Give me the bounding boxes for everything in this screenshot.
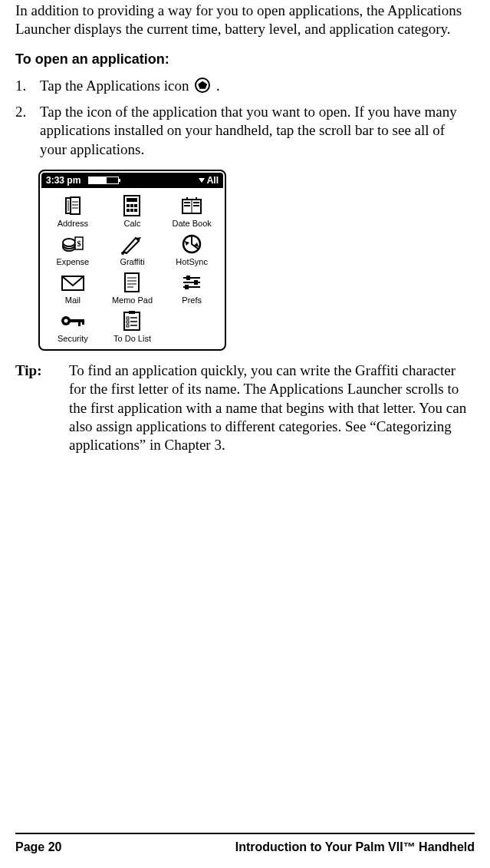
app-security: Security xyxy=(43,308,103,345)
app-expense: $ Expense xyxy=(43,231,103,268)
app-label: Security xyxy=(58,334,88,343)
step-1-text-a: Tap the Applications icon xyxy=(40,78,192,94)
svg-rect-13 xyxy=(134,209,137,212)
page-footer: Page 20 Introduction to Your Palm VII™ H… xyxy=(15,833,475,854)
svg-text:$: $ xyxy=(77,239,81,248)
svg-rect-16 xyxy=(184,202,190,203)
svg-point-28 xyxy=(121,252,124,255)
security-icon xyxy=(59,309,87,332)
app-label: Prefs xyxy=(182,295,202,305)
svg-rect-47 xyxy=(78,319,81,326)
svg-rect-12 xyxy=(130,209,133,212)
tip-label: Tip: xyxy=(15,361,55,455)
app-calc: Calc xyxy=(103,193,163,229)
app-address: Address xyxy=(43,193,103,229)
steps-list: Tap the Applications icon . Tap the icon… xyxy=(15,77,475,159)
graffiti-icon xyxy=(118,233,146,256)
calc-icon xyxy=(118,194,146,217)
palm-app-grid: Address xyxy=(41,188,223,348)
svg-rect-9 xyxy=(130,204,133,207)
intro-paragraph: In addition to providing a way for you t… xyxy=(15,0,475,39)
app-label: HotSync xyxy=(176,257,208,266)
svg-rect-19 xyxy=(193,205,199,206)
todolist-icon xyxy=(118,309,146,332)
svg-rect-17 xyxy=(184,205,190,206)
palm-screenshot: 3:33 pm All xyxy=(38,170,226,351)
tip-body: To find an application quickly, you can … xyxy=(69,361,472,455)
expense-icon: $ xyxy=(59,233,87,256)
palm-category-label: All xyxy=(207,175,219,186)
palm-category-dropdown: All xyxy=(199,175,219,186)
svg-rect-7 xyxy=(127,198,137,202)
svg-rect-11 xyxy=(127,209,130,212)
svg-rect-43 xyxy=(185,285,189,289)
svg-point-45 xyxy=(64,318,67,322)
step-1: Tap the Applications icon . xyxy=(15,77,475,95)
app-mail: Mail xyxy=(43,269,103,306)
app-label: Mail xyxy=(65,295,81,305)
app-graffiti: Graffiti xyxy=(103,231,163,268)
hotsync-icon xyxy=(178,233,206,256)
chevron-down-icon xyxy=(199,178,205,183)
app-todolist: To Do List xyxy=(103,308,163,345)
datebook-icon xyxy=(178,194,206,217)
app-label: Graffiti xyxy=(120,257,144,266)
app-label: Expense xyxy=(56,257,89,266)
svg-rect-41 xyxy=(186,276,190,280)
app-memopad: Memo Pad xyxy=(103,269,163,306)
svg-rect-8 xyxy=(127,204,130,207)
app-prefs: Prefs xyxy=(162,269,222,306)
app-datebook: Date Book xyxy=(162,193,222,229)
palm-battery-icon xyxy=(88,177,119,184)
tip-block: Tip: To find an application quickly, you… xyxy=(15,361,475,455)
applications-icon xyxy=(195,78,210,93)
app-label: Memo Pad xyxy=(112,295,153,305)
prefs-icon xyxy=(178,271,206,294)
palm-status-bar: 3:33 pm All xyxy=(41,173,223,188)
palm-time: 3:33 pm xyxy=(46,175,81,186)
memopad-icon xyxy=(118,271,146,294)
svg-rect-48 xyxy=(82,319,84,325)
svg-rect-50 xyxy=(129,311,135,314)
svg-rect-21 xyxy=(196,197,197,200)
address-icon xyxy=(59,194,87,217)
svg-rect-18 xyxy=(193,202,199,203)
app-hotsync: HotSync xyxy=(162,231,222,268)
chapter-title: Introduction to Your Palm VII™ Handheld xyxy=(235,840,475,854)
svg-rect-1 xyxy=(71,197,80,214)
svg-rect-20 xyxy=(186,197,188,200)
mail-icon xyxy=(59,271,87,294)
svg-point-24 xyxy=(63,239,75,246)
app-label: Date Book xyxy=(172,219,211,228)
app-label: Address xyxy=(58,219,88,228)
svg-rect-42 xyxy=(194,280,198,285)
svg-rect-33 xyxy=(125,273,139,292)
step-1-text-b: . xyxy=(212,78,220,94)
app-label: Calc xyxy=(123,219,140,228)
app-label: To Do List xyxy=(113,334,151,343)
open-application-heading: To open an application: xyxy=(15,51,475,68)
page-number: Page 20 xyxy=(15,840,61,854)
svg-marker-30 xyxy=(185,241,189,246)
svg-rect-10 xyxy=(134,204,137,207)
step-2: Tap the icon of the application that you… xyxy=(15,103,475,159)
